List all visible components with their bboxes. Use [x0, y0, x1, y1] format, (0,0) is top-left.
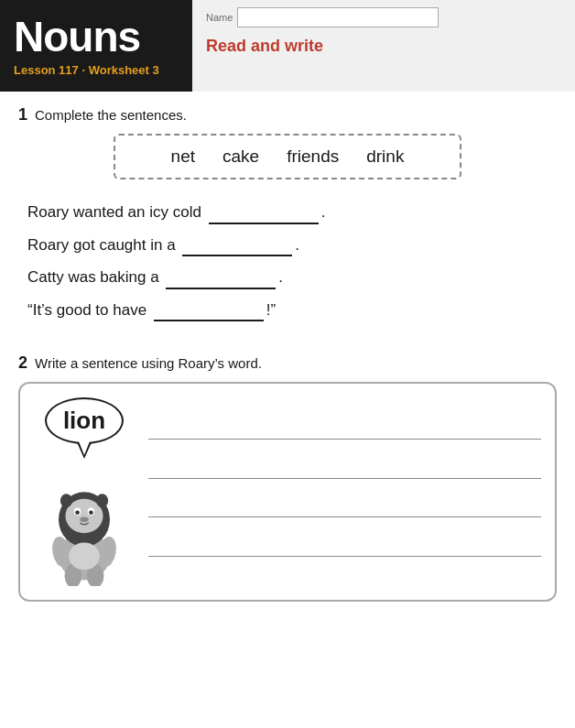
speech-bubble: lion	[45, 397, 124, 444]
blank-4	[154, 320, 264, 321]
writing-lines	[148, 397, 541, 562]
sentences-container: Roary wanted an icy cold . Roary got cau…	[18, 196, 557, 335]
name-field-container: Name	[206, 7, 561, 27]
sentence-2-end: .	[295, 236, 299, 254]
header-right: Name Read and write	[192, 0, 575, 92]
sentence-4-end: !”	[266, 301, 276, 319]
section-1: 1 Complete the sentences. net cake frien…	[18, 105, 557, 335]
sentence-4-text: “It’s good to have	[27, 301, 151, 319]
svg-point-5	[75, 510, 80, 515]
section2-instruction: Write a sentence using Roary’s word.	[35, 355, 262, 371]
writing-line-3	[148, 490, 541, 517]
svg-point-14	[69, 542, 100, 570]
section2-header: 2 Write a sentence using Roary’s word.	[18, 353, 557, 373]
sentence-3-end: .	[278, 268, 283, 286]
section1-instruction: Complete the sentences.	[35, 107, 187, 123]
sentence-3-text: Catty was baking a	[27, 268, 163, 286]
header-left: Nouns Lesson 117 · Worksheet 3	[0, 0, 192, 92]
writing-line-2	[148, 451, 541, 479]
read-write-label: Read and write	[206, 37, 561, 56]
name-input[interactable]	[237, 7, 439, 27]
svg-point-9	[96, 494, 108, 507]
section2-number: 2	[18, 353, 27, 373]
word-drink: drink	[366, 147, 404, 167]
section-2: 2 Write a sentence using Roary’s word. l…	[18, 353, 557, 602]
sentence-3: Catty was baking a .	[27, 266, 548, 289]
word-friends: friends	[287, 147, 339, 167]
section1-header: 1 Complete the sentences.	[18, 105, 557, 125]
header: Nouns Lesson 117 · Worksheet 3 Name Read…	[0, 0, 575, 92]
word-cake: cake	[222, 147, 259, 167]
blank-3	[166, 288, 276, 289]
blank-2	[182, 255, 292, 256]
page-title: Nouns	[14, 16, 179, 58]
lion-image	[34, 458, 135, 586]
blank-1	[209, 223, 319, 224]
word-net: net	[171, 147, 195, 167]
sentence-1-end: .	[321, 203, 326, 221]
writing-line-4	[148, 529, 541, 557]
sentence-2: Roary got caught in a .	[27, 234, 548, 257]
writing-line-1	[148, 412, 541, 440]
name-label: Name	[206, 12, 233, 23]
sentence-1: Roary wanted an icy cold .	[27, 201, 548, 224]
lesson-subtitle: Lesson 117 · Worksheet 3	[14, 63, 179, 77]
lion-speech: lion	[34, 397, 135, 586]
sentence-1-text: Roary wanted an icy cold	[27, 203, 206, 221]
sentence-2-text: Roary got caught in a	[27, 236, 179, 254]
sentence-4: “It’s good to have !”	[27, 299, 548, 322]
svg-point-7	[80, 516, 88, 522]
word-box: net cake friends drink	[114, 134, 461, 179]
content: 1 Complete the sentences. net cake frien…	[0, 92, 575, 728]
page: Nouns Lesson 117 · Worksheet 3 Name Read…	[0, 0, 575, 728]
section1-number: 1	[18, 105, 27, 125]
svg-point-8	[60, 494, 72, 507]
svg-point-6	[89, 510, 93, 515]
writing-area: lion	[18, 382, 557, 602]
